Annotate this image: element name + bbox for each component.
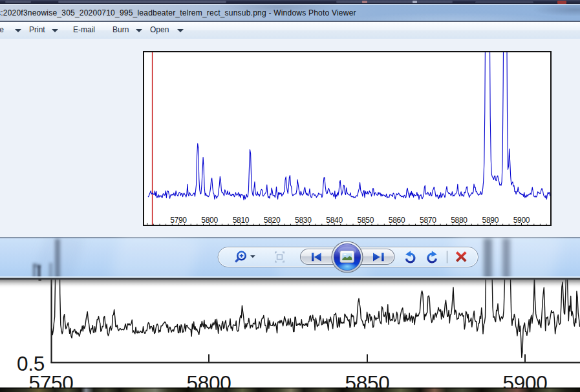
svg-text:5860: 5860 [389,216,405,225]
svg-text:5790: 5790 [170,216,187,225]
svg-text:5800: 5800 [201,216,218,225]
svg-text:5870: 5870 [420,216,436,225]
svg-text:5840: 5840 [326,216,343,225]
svg-text:5900: 5900 [513,216,530,225]
svg-text:5810: 5810 [233,216,250,225]
svg-text:5850: 5850 [358,216,374,225]
svg-text:5830: 5830 [295,216,312,225]
svg-text:5880: 5880 [451,216,467,225]
svg-text:5890: 5890 [482,216,499,225]
svg-text:5820: 5820 [264,216,281,225]
